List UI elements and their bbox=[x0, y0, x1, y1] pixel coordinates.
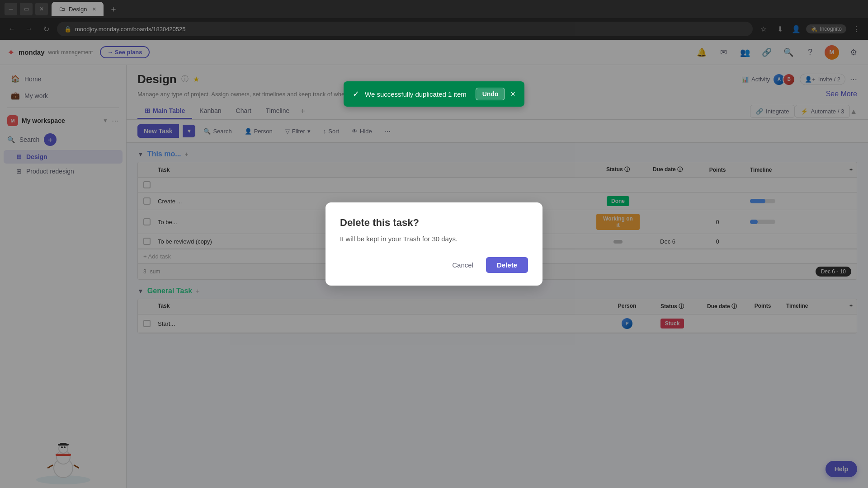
modal-cancel-button[interactable]: Cancel bbox=[445, 257, 481, 273]
toast-check-icon: ✓ bbox=[353, 89, 359, 99]
toast-close-button[interactable]: × bbox=[510, 90, 515, 98]
modal-actions: Cancel Delete bbox=[340, 257, 528, 273]
toast-message: We successfully duplicated 1 item bbox=[365, 90, 470, 98]
delete-task-modal: Delete this task? It will be kept in you… bbox=[326, 202, 542, 286]
modal-body: It will be kept in your Trash for 30 day… bbox=[340, 235, 528, 243]
modal-delete-button[interactable]: Delete bbox=[486, 257, 528, 273]
modal-title: Delete this task? bbox=[340, 217, 528, 229]
toast-notification: ✓ We successfully duplicated 1 item Undo… bbox=[344, 81, 524, 107]
toast-undo-button[interactable]: Undo bbox=[476, 88, 505, 100]
modal-overlay[interactable]: Delete this task? It will be kept in you… bbox=[0, 0, 868, 488]
